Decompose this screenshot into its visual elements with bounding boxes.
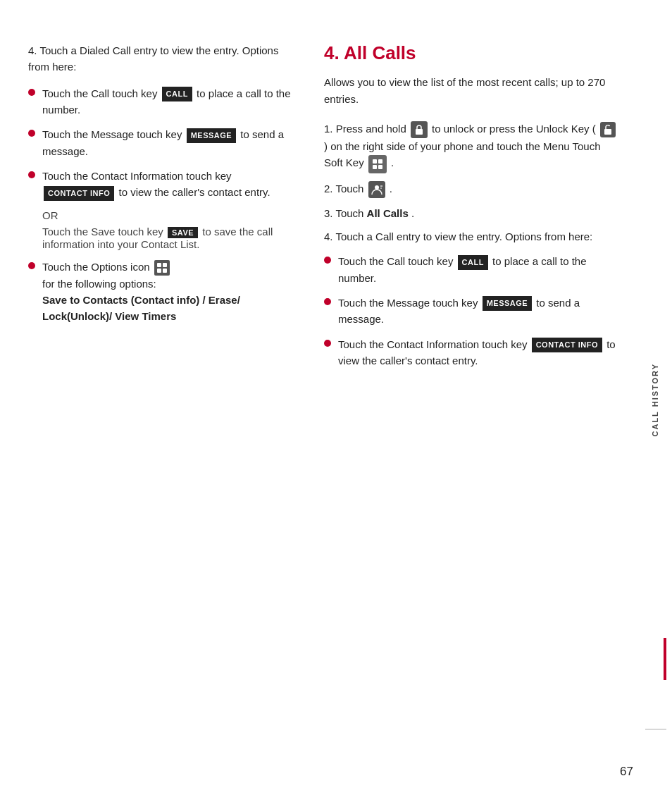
- left-bullet-call: Touch the Call touch key CALL to place a…: [28, 85, 296, 118]
- left-bullet-options: Touch the Options icon for the following…: [28, 259, 296, 325]
- right-bullet-message: Touch the Message touch key MESSAGE to s…: [324, 295, 620, 328]
- left-options-list: Touch the Options icon for the following…: [28, 259, 296, 325]
- left-message-text-before: Touch the Message touch key: [42, 128, 185, 140]
- bullet-dot: [28, 262, 35, 269]
- right-bullet-list: Touch the Call touch key CALL to place a…: [324, 253, 620, 369]
- left-call-content: Touch the Call touch key CALL to place a…: [42, 85, 296, 118]
- right-contact-text-before: Touch the Contact Information touch key: [338, 338, 530, 350]
- bullet-dot: [28, 89, 35, 96]
- unlock-svg: [604, 125, 612, 135]
- right-contact-badge: CONTACT INFO: [532, 338, 602, 352]
- right-call-text-before: Touch the Call touch key: [338, 255, 456, 267]
- left-contact-text-before: Touch the Contact Information touch key: [42, 170, 231, 182]
- step-2-text-after: .: [390, 183, 392, 195]
- bullet-dot: [324, 298, 331, 305]
- step-1-text-mid: to unlock or press the Unlock Key (: [432, 123, 596, 135]
- step-3-num: 3. Touch: [324, 207, 367, 219]
- menu-svg: [371, 158, 384, 171]
- step-1-text-mid2: ) on the right side of your phone and to…: [324, 140, 601, 168]
- sidebar-label: CALL HISTORY: [651, 363, 659, 436]
- menu-icon: [368, 155, 387, 173]
- right-message-text-before: Touch the Message touch key: [338, 297, 481, 309]
- sidebar-bar: [664, 638, 666, 680]
- right-heading: 4. All Calls: [324, 42, 620, 64]
- svg-rect-1: [604, 129, 611, 135]
- grid-cell: [157, 263, 161, 267]
- left-message-badge: MESSAGE: [187, 128, 237, 143]
- right-message-content: Touch the Message touch key MESSAGE to s…: [338, 295, 620, 328]
- right-step-2: 2. Touch .: [324, 180, 620, 198]
- right-step-3: 3. Touch All Calls .: [324, 205, 620, 221]
- left-bullet-contact: Touch the Contact Information touch key …: [28, 168, 296, 201]
- left-call-text-before: Touch the Call touch key: [42, 87, 161, 99]
- page-container: 4. Touch a Dialed Call entry to view the…: [0, 0, 672, 807]
- left-message-content: Touch the Message touch key MESSAGE to s…: [42, 126, 296, 159]
- unlock-key-icon: [600, 122, 616, 137]
- svg-rect-4: [373, 165, 377, 169]
- svg-rect-0: [416, 129, 423, 135]
- step-2-num: 2. Touch: [324, 183, 367, 195]
- left-bullet-list: Touch the Call touch key CALL to place a…: [28, 85, 296, 201]
- sidebar-line: [645, 729, 666, 729]
- right-bullet-contact: Touch the Contact Information touch key …: [324, 336, 620, 369]
- left-options-bold: Save to Contacts (Contact info) / Erase/…: [42, 294, 240, 322]
- contacts-svg: [371, 183, 383, 196]
- right-call-badge: CALL: [458, 255, 488, 270]
- right-bullet-call: Touch the Call touch key CALL to place a…: [324, 253, 620, 286]
- grid-cell: [163, 263, 167, 267]
- right-message-badge: MESSAGE: [483, 296, 533, 311]
- left-bullet-message: Touch the Message touch key MESSAGE to s…: [28, 126, 296, 159]
- bullet-dot: [28, 171, 35, 178]
- right-intro: Allows you to view the list of the most …: [324, 74, 620, 108]
- step-4-num: 4.: [324, 230, 335, 242]
- step-3-text-after: .: [411, 207, 414, 219]
- step-1-num: 1.: [324, 123, 336, 135]
- left-save-badge: SAVE: [168, 227, 198, 238]
- or-section: OR Touch the Save touch key SAVE to save…: [42, 209, 296, 250]
- bullet-dot: [324, 340, 331, 347]
- left-call-badge: CALL: [162, 87, 192, 101]
- lock-svg: [414, 125, 424, 135]
- right-step-4: 4. Touch a Call entry to view the entry.…: [324, 228, 620, 245]
- save-text: Touch the Save touch key SAVE to save th…: [42, 226, 296, 250]
- step-4-text: Touch a Call entry to view the entry. Op…: [335, 230, 592, 242]
- options-icon: [154, 260, 170, 276]
- left-contact-content: Touch the Contact Information touch key …: [42, 168, 296, 201]
- bullet-dot: [28, 130, 35, 137]
- left-contact-text-after: to view the caller's contact entry.: [118, 186, 270, 198]
- bullet-dot: [324, 257, 331, 264]
- grid-cell: [163, 269, 167, 273]
- sidebar: CALL HISTORY: [638, 0, 672, 807]
- right-step-1: 1. Press and hold to unlock or press the…: [324, 121, 620, 173]
- step-3-bold: All Calls: [367, 207, 409, 219]
- svg-rect-3: [378, 159, 382, 164]
- or-label: OR: [42, 209, 296, 221]
- step-1-text-after: .: [391, 156, 394, 168]
- left-options-text-before: Touch the Options icon: [42, 261, 153, 273]
- contacts-icon: [368, 181, 385, 198]
- left-contact-badge: CONTACT INFO: [44, 186, 114, 201]
- right-contact-content: Touch the Contact Information touch key …: [338, 336, 620, 369]
- svg-rect-2: [373, 159, 377, 164]
- lock-icon: [411, 121, 428, 138]
- left-options-text-after: for the following options:: [42, 278, 156, 290]
- left-options-content: Touch the Options icon for the following…: [42, 259, 296, 325]
- main-content: 4. Touch a Dialed Call entry to view the…: [0, 0, 638, 807]
- left-intro: 4. Touch a Dialed Call entry to view the…: [28, 42, 296, 75]
- grid-cell: [157, 269, 161, 273]
- svg-rect-5: [378, 165, 382, 169]
- right-numbered-list: 1. Press and hold to unlock or press the…: [324, 121, 620, 245]
- right-column: 4. All Calls Allows you to view the list…: [324, 42, 620, 765]
- page-number: 67: [620, 765, 633, 779]
- left-column: 4. Touch a Dialed Call entry to view the…: [28, 42, 303, 765]
- svg-point-6: [375, 185, 379, 190]
- right-call-content: Touch the Call touch key CALL to place a…: [338, 253, 620, 286]
- options-grid: [155, 261, 169, 275]
- step-1-text-before: Press and hold: [336, 123, 409, 135]
